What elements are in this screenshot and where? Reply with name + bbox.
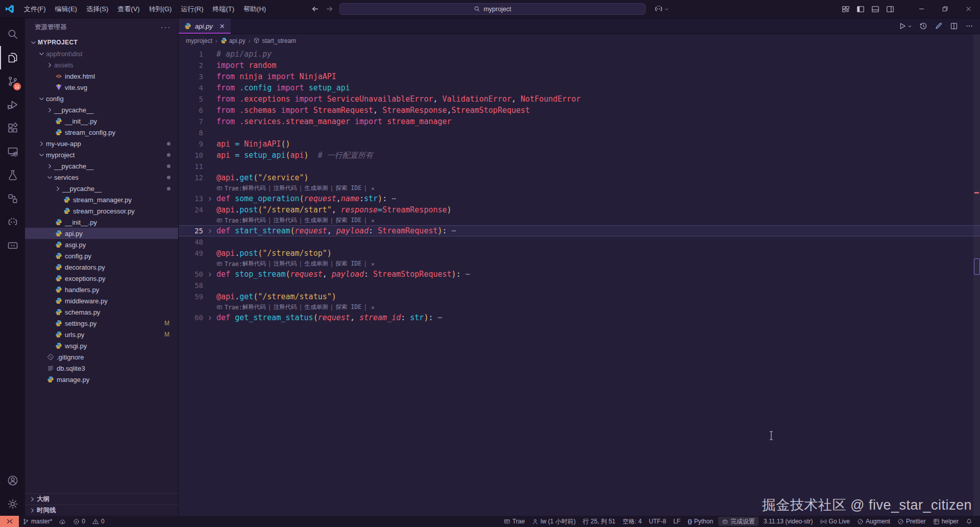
tree-item-stream_config.py[interactable]: stream_config.py: [25, 127, 178, 138]
codelens-action[interactable]: 生成单测: [305, 217, 328, 224]
restore-button[interactable]: [933, 0, 957, 18]
activity-account-icon[interactable]: [0, 469, 25, 492]
code-line-49[interactable]: 49@api.post("/stream/stop"): [179, 248, 980, 259]
toggle-secondary-sidebar-icon[interactable]: [886, 5, 894, 13]
codelens-action[interactable]: 注释代码: [274, 184, 297, 192]
tree-item-appfront-dist[interactable]: appfront\dist: [25, 48, 178, 59]
nav-back-icon[interactable]: [311, 5, 320, 13]
codelens-action[interactable]: 探索 IDE: [335, 184, 361, 192]
status-bell[interactable]: [962, 516, 976, 527]
tree-item-__init__.py[interactable]: __init__.py: [25, 217, 178, 228]
menu-go[interactable]: 转到(G): [144, 0, 177, 18]
codelens-close-icon[interactable]: ✕: [371, 260, 375, 268]
menu-help[interactable]: 帮助(H): [239, 0, 271, 18]
status-encoding[interactable]: UTF-8: [645, 516, 670, 527]
status-remote[interactable]: [0, 516, 19, 527]
menu-selection[interactable]: 选择(S): [82, 0, 113, 18]
code-line-12[interactable]: 12@api.get("/service"): [179, 172, 980, 183]
tree-item-stream_manager.py[interactable]: stream_manager.py: [25, 194, 178, 205]
status-warnings[interactable]: 0: [89, 516, 108, 527]
tree-item-db.sqlite3[interactable]: db.sqlite3: [25, 363, 178, 374]
codelens-action[interactable]: 探索 IDE: [335, 217, 361, 224]
status-language[interactable]: {}Python: [684, 516, 717, 527]
ai-assistant-button[interactable]: [654, 5, 669, 13]
activity-settings-gear-icon[interactable]: [0, 492, 25, 516]
tree-item-index.html[interactable]: <>index.html: [25, 70, 178, 82]
status-eol[interactable]: LF: [670, 516, 684, 527]
status-prettier[interactable]: Prettier: [894, 516, 929, 527]
code-line-24[interactable]: 24@api.post("/stream/start", response=St…: [179, 204, 980, 215]
tree-item-my-vue-app[interactable]: my-vue-app: [25, 138, 178, 149]
tree-item-decorators.py[interactable]: decorators.py: [25, 261, 178, 273]
tree-item-__pycache__[interactable]: __pycache__: [25, 183, 178, 194]
codelens-close-icon[interactable]: ✕: [371, 304, 375, 311]
status-errors[interactable]: 0: [69, 516, 89, 527]
code-line-2[interactable]: 2import random: [179, 60, 980, 71]
code-line-11[interactable]: 11: [179, 161, 980, 172]
tree-item-asgi.py[interactable]: asgi.py: [25, 239, 178, 250]
explorer-more-actions-icon[interactable]: ···: [161, 23, 171, 31]
tree-item-myproject[interactable]: MYPROJECT: [25, 37, 178, 48]
edit-pencil-icon[interactable]: [935, 22, 943, 30]
tree-item-manage.py[interactable]: manage.py: [25, 374, 178, 385]
activity-test-beaker-icon[interactable]: [0, 163, 25, 187]
status-golive[interactable]: Go Live: [817, 516, 853, 527]
codelens-action[interactable]: 解释代码: [242, 217, 266, 224]
fold-chevron-icon[interactable]: [203, 196, 216, 202]
status-setup[interactable]: 完成设置: [718, 517, 758, 526]
code-line-3[interactable]: 3from ninja import NinjaAPI: [179, 71, 980, 82]
tree-item-config.py[interactable]: config.py: [25, 250, 178, 261]
search-input[interactable]: myproject: [339, 3, 646, 15]
breadcrumb-item[interactable]: api.py: [220, 37, 246, 44]
tree-item-.gitignore[interactable]: .gitignore: [25, 351, 178, 363]
codelens-action[interactable]: 注释代码: [274, 260, 297, 268]
code-line-1[interactable]: 1# api/api.py: [179, 49, 980, 60]
code-line-6[interactable]: 6from .schemas import StreamRequest, Str…: [179, 105, 980, 116]
codelens-action[interactable]: 解释代码: [242, 184, 266, 192]
tree-item-__pycache__[interactable]: __pycache__: [25, 104, 178, 115]
status-augment[interactable]: Augment: [853, 516, 894, 527]
codelens-action[interactable]: 生成单测: [305, 184, 328, 192]
activity-ai-robot-icon[interactable]: [0, 210, 25, 234]
tree-item-wsgi.py[interactable]: wsgi.py: [25, 340, 178, 351]
tab-close-icon[interactable]: ✕: [219, 22, 225, 30]
menu-edit[interactable]: 编辑(E): [51, 0, 82, 18]
section-时间线[interactable]: 时间线: [25, 505, 178, 516]
status-branch[interactable]: master*: [19, 516, 56, 527]
status-cursor-position[interactable]: 行 25, 列 51: [579, 516, 619, 527]
codelens-action[interactable]: 探索 IDE: [335, 260, 361, 268]
fold-chevron-icon[interactable]: [203, 228, 216, 234]
code-line-25[interactable]: 25def start_stream(request, payload: Str…: [179, 225, 980, 236]
tab-api-py[interactable]: api.py ✕: [179, 18, 231, 34]
menu-file[interactable]: 文件(F): [19, 0, 51, 18]
tree-item-middleware.py[interactable]: middleware.py: [25, 295, 178, 306]
run-python-file-button[interactable]: [898, 22, 912, 30]
fold-chevron-icon[interactable]: [203, 315, 216, 321]
codelens-action[interactable]: 解释代码: [242, 260, 266, 268]
codelens-close-icon[interactable]: ✕: [371, 185, 375, 192]
code-line-10[interactable]: 10api = setup_api(api) # 一行配置所有: [179, 150, 980, 161]
tree-item-myproject[interactable]: myproject: [25, 149, 178, 160]
tree-item-services[interactable]: services: [25, 172, 178, 183]
code-line-48[interactable]: 48: [179, 236, 980, 248]
status-trae[interactable]: Trae: [500, 516, 528, 527]
status-indentation[interactable]: 空格: 4: [619, 516, 645, 527]
editor-scrollbar[interactable]: [973, 34, 980, 516]
tree-item-assets[interactable]: assets: [25, 59, 178, 70]
code-line-60[interactable]: 60def get_stream_status(request, stream_…: [179, 312, 980, 323]
codelens-action[interactable]: 生成单测: [305, 260, 328, 268]
tree-item-exceptions.py[interactable]: exceptions.py: [25, 273, 178, 284]
tree-item-handlers.py[interactable]: handlers.py: [25, 284, 178, 295]
tree-item-config[interactable]: config: [25, 93, 178, 104]
codelens-close-icon[interactable]: ✕: [371, 217, 375, 224]
breadcrumb-item[interactable]: myproject: [186, 37, 212, 44]
customize-layout-icon[interactable]: [842, 5, 850, 13]
close-button[interactable]: [957, 0, 980, 18]
nav-forward-icon[interactable]: [325, 5, 334, 13]
tree-item-__pycache__[interactable]: __pycache__: [25, 160, 178, 172]
code-line-4[interactable]: 4from .config import setup_api: [179, 82, 980, 93]
status-blame[interactable]: lw (1 小时前): [528, 516, 579, 527]
status-python-version[interactable]: 3.11.13 (video-str): [760, 516, 817, 527]
code-line-13[interactable]: 13def some_operation(request,name:str): …: [179, 193, 980, 204]
code-line-50[interactable]: 50def stop_stream(request, payload: Stre…: [179, 269, 980, 280]
